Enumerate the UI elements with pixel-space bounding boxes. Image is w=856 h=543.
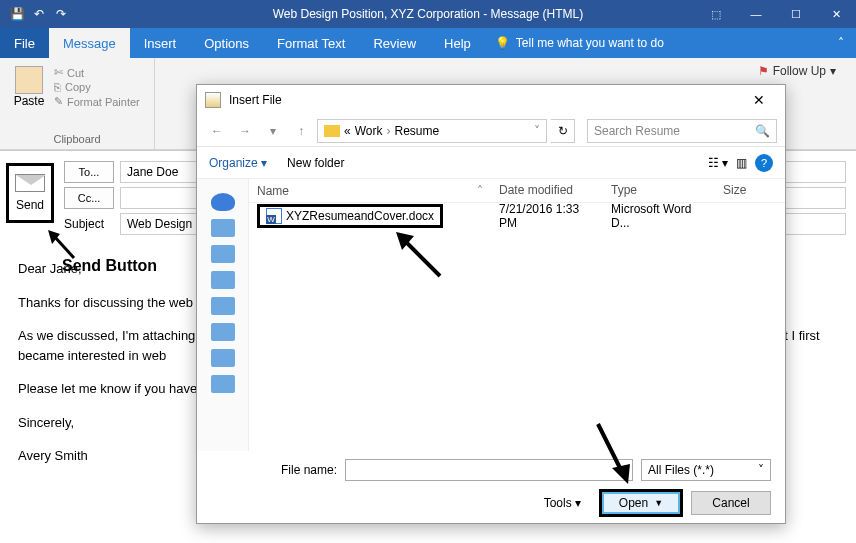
dialog-toolbar: Organize ▾ New folder ☷ ▾ ▥ ? (197, 147, 785, 179)
search-icon: 🔍 (755, 124, 770, 138)
folder-icon (205, 92, 221, 108)
tools-button[interactable]: Tools ▾ (544, 496, 581, 510)
dialog-titlebar: Insert File ✕ (197, 85, 785, 115)
chevron-down-icon: ▾ (830, 64, 836, 78)
send-label: Send (16, 198, 44, 212)
filename-input[interactable] (345, 459, 633, 481)
collapse-ribbon-icon[interactable]: ˄ (826, 28, 856, 58)
paste-icon (15, 66, 43, 94)
title-bar: 💾 ↶ ↷ Web Design Position, XYZ Corporati… (0, 0, 856, 28)
undo-icon[interactable]: ↶ (30, 5, 48, 23)
refresh-icon[interactable]: ↻ (551, 119, 575, 143)
follow-up-label: Follow Up (773, 64, 826, 78)
cut-button[interactable]: ✄ Cut (54, 66, 140, 79)
help-icon[interactable]: ? (755, 154, 773, 172)
tell-me-label: Tell me what you want to do (516, 36, 664, 50)
file-row[interactable]: XYZResumeandCover.docx 7/21/2016 1:33 PM… (249, 203, 785, 229)
paste-button[interactable]: Paste (8, 62, 50, 112)
documents-icon[interactable] (211, 271, 235, 289)
format-painter-label: Format Painter (67, 96, 140, 108)
dialog-close-icon[interactable]: ✕ (741, 88, 777, 112)
open-button[interactable]: Open ▼ (601, 491, 681, 515)
maximize-icon[interactable]: ☐ (776, 0, 816, 28)
col-date[interactable]: Date modified (491, 179, 603, 202)
nav-back-icon[interactable]: ← (205, 119, 229, 143)
organize-button[interactable]: Organize ▾ (209, 156, 267, 170)
clipboard-group-label: Clipboard (8, 133, 146, 147)
envelope-icon (15, 174, 45, 192)
nav-forward-icon[interactable]: → (233, 119, 257, 143)
flag-icon: ⚑ (758, 64, 769, 78)
send-button[interactable]: Send (6, 163, 54, 223)
search-input[interactable]: Search Resume 🔍 (587, 119, 777, 143)
paste-label: Paste (14, 94, 45, 108)
file-list: Name ˄ Date modified Type Size XYZResume… (249, 179, 785, 451)
preview-button[interactable]: ▥ (736, 156, 747, 170)
tab-file[interactable]: File (0, 28, 49, 58)
copy-label: Copy (65, 81, 91, 93)
col-name[interactable]: Name ˄ (249, 179, 491, 202)
follow-up-button[interactable]: ⚑ Follow Up ▾ (758, 64, 836, 78)
dialog-sidebar (197, 179, 249, 451)
music-icon[interactable] (211, 323, 235, 341)
pictures-icon[interactable] (211, 349, 235, 367)
lightbulb-icon: 💡 (495, 36, 510, 50)
nav-recent-icon[interactable]: ▾ (261, 119, 285, 143)
file-filter-dropdown[interactable]: All Files (*.*) ˅ (641, 459, 771, 481)
tab-insert[interactable]: Insert (130, 28, 191, 58)
nav-up-icon[interactable]: ↑ (289, 119, 313, 143)
tab-review[interactable]: Review (359, 28, 430, 58)
ribbon-tabs: File Message Insert Options Format Text … (0, 28, 856, 58)
filename-label: File name: (281, 463, 337, 477)
col-size[interactable]: Size (715, 179, 765, 202)
desktop-icon[interactable] (211, 245, 235, 263)
file-date: 7/21/2016 1:33 PM (491, 202, 603, 230)
ribbon-options-icon[interactable]: ⬚ (696, 0, 736, 28)
new-folder-button[interactable]: New folder (287, 156, 344, 170)
file-name: XYZResumeandCover.docx (286, 209, 434, 223)
view-button[interactable]: ☷ ▾ (708, 156, 728, 170)
cut-label: Cut (67, 67, 84, 79)
chevron-down-icon[interactable]: ˅ (534, 124, 540, 138)
cc-button[interactable]: Cc... (64, 187, 114, 209)
path-segment[interactable]: Resume (394, 124, 439, 138)
clipboard-group: Paste ✄ Cut ⎘ Copy ✎ Format Painter Clip… (0, 58, 155, 149)
tab-message[interactable]: Message (49, 28, 130, 58)
column-headers: Name ˄ Date modified Type Size (249, 179, 785, 203)
onedrive-icon[interactable] (211, 193, 235, 211)
redo-icon[interactable]: ↷ (52, 5, 70, 23)
close-icon[interactable]: ✕ (816, 0, 856, 28)
filter-label: All Files (*.*) (648, 463, 714, 477)
tab-format-text[interactable]: Format Text (263, 28, 359, 58)
folder-icon (324, 125, 340, 137)
to-button[interactable]: To... (64, 161, 114, 183)
path-segment[interactable]: Work (355, 124, 383, 138)
cancel-button[interactable]: Cancel (691, 491, 771, 515)
tab-help[interactable]: Help (430, 28, 485, 58)
minimize-icon[interactable]: — (736, 0, 776, 28)
word-file-icon (266, 208, 282, 224)
search-placeholder: Search Resume (594, 124, 680, 138)
subject-label: Subject (64, 217, 114, 231)
downloads-icon[interactable] (211, 297, 235, 315)
tab-options[interactable]: Options (190, 28, 263, 58)
dialog-footer: File name: All Files (*.*) ˅ Tools ▾ Ope… (197, 451, 785, 523)
format-painter-button[interactable]: ✎ Format Painter (54, 95, 140, 108)
thispc-icon[interactable] (211, 219, 235, 237)
tell-me-search[interactable]: 💡 Tell me what you want to do (485, 28, 674, 58)
save-icon[interactable]: 💾 (8, 5, 26, 23)
dialog-nav: ← → ▾ ↑ « Work › Resume ˅ ↻ Search Resum… (197, 115, 785, 147)
insert-file-dialog: Insert File ✕ ← → ▾ ↑ « Work › Resume ˅ … (196, 84, 786, 524)
videos-icon[interactable] (211, 375, 235, 393)
col-type[interactable]: Type (603, 179, 715, 202)
chevron-down-icon: ˅ (758, 463, 764, 477)
dialog-title: Insert File (229, 93, 282, 107)
chevron-down-icon: ▼ (654, 498, 663, 508)
chevron-right-icon: › (386, 124, 390, 138)
copy-button[interactable]: ⎘ Copy (54, 81, 140, 93)
path-bar[interactable]: « Work › Resume ˅ (317, 119, 547, 143)
path-prefix: « (344, 124, 351, 138)
window-title: Web Design Position, XYZ Corporation - M… (273, 7, 584, 21)
file-type: Microsoft Word D... (603, 202, 715, 230)
open-label: Open (619, 496, 648, 510)
